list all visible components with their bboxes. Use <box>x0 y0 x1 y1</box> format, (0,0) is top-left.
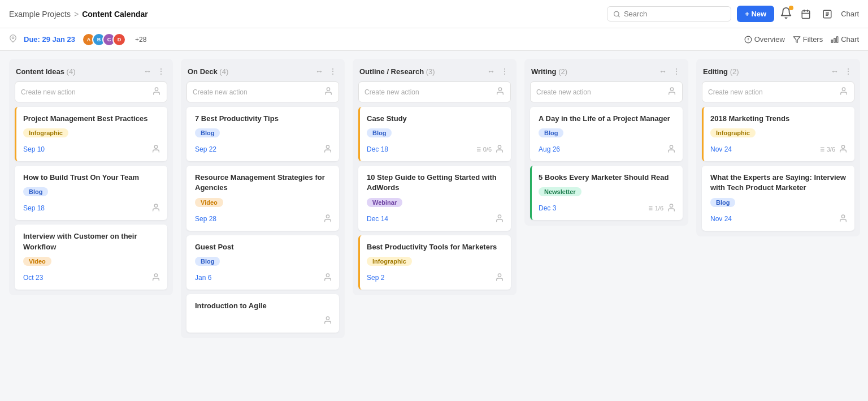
card[interactable]: 7 Best Productivity Tips Blog Sep 22 <box>186 107 339 161</box>
card[interactable]: Resource Management Strategies for Agenc… <box>186 166 339 230</box>
assign-icon <box>152 87 161 97</box>
column-header-actions: ↔ ⋮ <box>830 66 853 77</box>
card-meta <box>151 273 160 283</box>
card[interactable]: How to Build Trust On Your Team Blog Sep… <box>15 166 167 220</box>
search-input[interactable] <box>624 10 725 18</box>
card[interactable]: 10 Step Guide to Getting Started with Ad… <box>358 166 511 230</box>
sub-header-left: Due: 29 Jan 23 ABCD +28 <box>9 33 146 46</box>
create-label: Create new action <box>536 88 591 96</box>
card-tag: Infographic <box>367 257 412 266</box>
card[interactable]: Case Study Blog Dec 18 0/6 <box>358 107 511 161</box>
card-date: Sep 18 <box>23 204 45 212</box>
pin-icon[interactable] <box>9 35 17 44</box>
svg-point-33 <box>498 274 501 277</box>
svg-point-24 <box>498 88 501 90</box>
create-action[interactable]: Create new action <box>358 81 511 102</box>
subtask-info: 3/6 <box>818 146 835 153</box>
card[interactable]: Guest Post Blog Jan 6 <box>186 235 339 290</box>
chart-label[interactable]: Chart <box>841 10 859 18</box>
card[interactable]: 2018 Marketing Trends Infographic Nov 24… <box>702 107 854 161</box>
card-meta <box>667 144 676 154</box>
expand-icon[interactable]: ↔ <box>486 66 496 77</box>
card-footer: Nov 24 <box>710 214 848 224</box>
card-meta <box>151 203 160 213</box>
card-footer <box>195 316 332 326</box>
card-meta <box>323 144 332 154</box>
more-icon[interactable]: ⋮ <box>156 66 166 77</box>
expand-icon[interactable]: ↔ <box>658 66 668 77</box>
due-date: Due: 29 Jan 23 <box>24 35 75 44</box>
column-header: Outline / Research (3) ↔ ⋮ <box>353 59 517 81</box>
card-date: Nov 24 <box>710 215 732 223</box>
list-icon-btn[interactable] <box>819 6 835 22</box>
card-footer: Sep 22 <box>195 144 332 154</box>
card-title: Project Management Best Practices <box>23 114 160 124</box>
create-action[interactable]: Create new action <box>15 81 167 102</box>
create-action[interactable]: Create new action <box>186 81 339 102</box>
column-header: Editing (2) ↔ ⋮ <box>696 59 860 81</box>
column-header-actions: ↔ ⋮ <box>142 66 166 77</box>
expand-icon[interactable]: ↔ <box>314 66 324 77</box>
card[interactable]: A Day in the Life of a Project Manager B… <box>530 107 683 161</box>
column-title: Outline / Research (3) <box>359 67 435 76</box>
card-title: Introduction to Agile <box>195 301 332 311</box>
more-icon[interactable]: ⋮ <box>671 66 682 77</box>
assign-icon <box>496 87 505 97</box>
search-box[interactable] <box>607 6 731 21</box>
overview-action[interactable]: Overview <box>744 35 785 44</box>
card-assignee-icon <box>495 144 504 154</box>
card-footer: Sep 10 <box>23 144 160 154</box>
board: Content Ideas (4) ↔ ⋮ Create new action … <box>0 51 868 401</box>
svg-point-31 <box>498 145 501 148</box>
svg-point-17 <box>154 204 157 207</box>
card-footer: Jan 6 <box>195 273 332 283</box>
card[interactable]: Introduction to Agile <box>186 294 339 333</box>
create-action[interactable]: Create new action <box>702 81 854 102</box>
expand-icon[interactable]: ↔ <box>830 66 840 77</box>
more-icon[interactable]: ⋮ <box>500 66 510 77</box>
info-icon <box>744 36 752 44</box>
card-footer: Dec 18 0/6 <box>367 144 504 154</box>
new-button[interactable]: + New <box>737 6 774 22</box>
column-header-actions: ↔ ⋮ <box>658 66 682 77</box>
calendar-icon-btn[interactable] <box>798 6 814 22</box>
card[interactable]: What the Experts are Saying: Interview w… <box>702 166 854 230</box>
search-icon <box>613 10 620 18</box>
more-icon[interactable]: ⋮ <box>328 66 338 77</box>
column-title: On Deck (4) <box>188 67 228 76</box>
create-action[interactable]: Create new action <box>530 81 683 102</box>
breadcrumb-separator: > <box>74 10 79 19</box>
assign-icon <box>839 87 848 97</box>
chart-action[interactable]: Chart <box>831 35 859 44</box>
card[interactable]: 5 Books Every Marketer Should Read Newsl… <box>530 166 683 220</box>
card-tag: Video <box>195 198 223 207</box>
card-meta <box>495 214 504 224</box>
sub-header: Due: 29 Jan 23 ABCD +28 Overview Filters… <box>0 28 868 51</box>
header: Example Projects > Content Calendar + Ne… <box>0 0 868 28</box>
filter-icon <box>793 36 801 44</box>
svg-point-19 <box>327 88 329 90</box>
card-assignee-icon <box>323 214 332 224</box>
list-icon <box>822 9 832 19</box>
project-name[interactable]: Example Projects <box>9 10 71 19</box>
card[interactable]: Project Management Best Practices Infogr… <box>15 107 167 161</box>
column-outline-research: Outline / Research (3) ↔ ⋮ Create new ac… <box>353 59 517 295</box>
card-title: 2018 Marketing Trends <box>710 114 848 124</box>
notification-bell[interactable] <box>780 7 792 21</box>
card-title: Case Study <box>367 114 504 124</box>
card-tag: Webinar <box>367 198 402 207</box>
card[interactable]: Best Productivity Tools for Marketers In… <box>358 235 511 290</box>
card-date: Dec 18 <box>367 145 388 153</box>
expand-icon[interactable]: ↔ <box>142 66 153 77</box>
card-title: Best Productivity Tools for Marketers <box>367 242 504 252</box>
card-assignee-icon <box>151 144 160 154</box>
more-icon[interactable]: ⋮ <box>843 66 853 77</box>
svg-rect-2 <box>802 11 810 19</box>
card-assignee-icon <box>323 144 332 154</box>
card[interactable]: Interview with Customer on their Workflo… <box>15 225 167 289</box>
create-label: Create new action <box>708 88 763 96</box>
header-actions: + New Chart <box>607 6 859 22</box>
filters-action[interactable]: Filters <box>793 35 823 44</box>
column-content-ideas: Content Ideas (4) ↔ ⋮ Create new action … <box>9 59 173 295</box>
cards-list: A Day in the Life of a Project Manager B… <box>524 107 688 226</box>
